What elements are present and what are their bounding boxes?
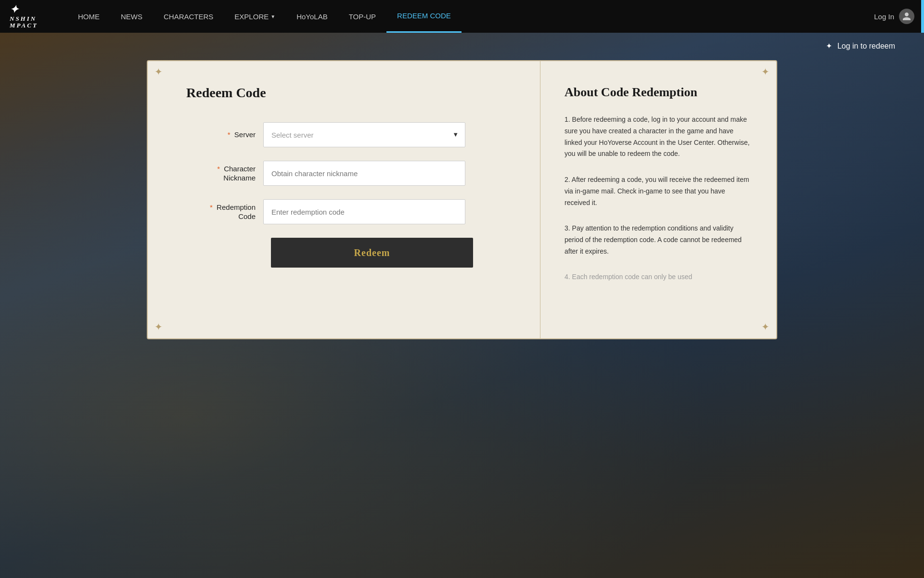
- redemption-info-2: 2. After redeeming a code, you will rece…: [565, 174, 752, 208]
- nickname-required-star: *: [217, 165, 220, 173]
- about-redemption-title: About Code Redemption: [565, 85, 752, 100]
- character-nickname-input[interactable]: [263, 161, 465, 186]
- login-to-redeem-label: Log in to redeem: [837, 42, 895, 50]
- redemption-code-label: * Redemption Code: [186, 203, 263, 221]
- redemption-info-3: 3. Pay attention to the redemption condi…: [565, 223, 752, 257]
- server-required-star: *: [228, 130, 231, 139]
- redemption-info: 1. Before redeeming a code, log in to yo…: [565, 114, 752, 283]
- redemption-code-input[interactable]: [263, 199, 465, 224]
- nav-link-redeem-code[interactable]: REDEEM CODE: [386, 0, 462, 33]
- corner-bl-icon: ✦: [154, 321, 163, 333]
- redeem-card: ✦ ✦ Redeem Code * Server Select server A…: [147, 60, 777, 339]
- explore-chevron-icon: ▼: [270, 14, 275, 19]
- server-select[interactable]: Select server America Europe Asia SAR: [263, 122, 465, 147]
- character-nickname-label: * Character Nickname: [186, 164, 263, 183]
- nav-right: Log In: [864, 9, 924, 24]
- navbar: ✦NSHIN MPACT HOME NEWS CHARACTERS EXPLOR…: [0, 0, 924, 33]
- login-to-redeem-link[interactable]: ✦ Log in to redeem: [826, 42, 895, 50]
- nav-links: HOME NEWS CHARACTERS EXPLORE ▼ HoYoLAB T…: [67, 0, 864, 33]
- redemption-info-4: 4. Each redemption code can only be used: [565, 271, 752, 283]
- logo[interactable]: ✦NSHIN MPACT: [0, 4, 67, 29]
- redeem-code-title: Redeem Code: [186, 85, 511, 101]
- redemption-info-1: 1. Before redeeming a code, log in to yo…: [565, 114, 752, 160]
- nav-link-explore[interactable]: EXPLORE ▼: [224, 0, 286, 33]
- left-panel: Redeem Code * Server Select server Ameri…: [148, 61, 540, 338]
- star-icon: ✦: [826, 42, 832, 50]
- nav-accent-bar: [921, 0, 924, 33]
- redemption-code-row: * Redemption Code: [186, 199, 511, 224]
- nav-link-topup[interactable]: TOP-UP: [338, 0, 386, 33]
- nav-link-home[interactable]: HOME: [67, 0, 110, 33]
- login-button[interactable]: Log In: [874, 13, 894, 21]
- server-label: * Server: [186, 130, 263, 140]
- character-nickname-row: * Character Nickname: [186, 161, 511, 186]
- nav-link-hoyolab[interactable]: HoYoLAB: [286, 0, 338, 33]
- avatar[interactable]: [899, 9, 914, 24]
- corner-br-icon: ✦: [761, 321, 770, 333]
- redeem-button[interactable]: Redeem: [271, 238, 473, 268]
- server-select-wrapper: Select server America Europe Asia SAR ▼: [263, 122, 465, 147]
- login-to-redeem-bar: ✦ Log in to redeem: [0, 33, 924, 51]
- nav-link-characters[interactable]: CHARACTERS: [153, 0, 224, 33]
- nav-link-news[interactable]: NEWS: [110, 0, 153, 33]
- right-panel: About Code Redemption 1. Before redeemin…: [540, 61, 776, 338]
- logo-text: ✦NSHIN MPACT: [10, 4, 38, 29]
- server-row: * Server Select server America Europe As…: [186, 122, 511, 147]
- code-required-star: *: [210, 203, 213, 211]
